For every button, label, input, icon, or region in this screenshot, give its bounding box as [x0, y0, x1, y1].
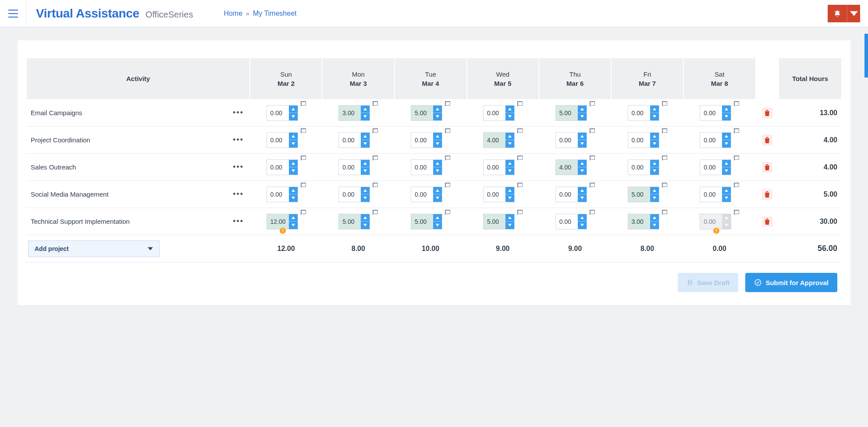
- hours-decrement-button[interactable]: [650, 221, 659, 229]
- hours-increment-button[interactable]: [578, 187, 587, 194]
- hours-input[interactable]: [339, 106, 361, 120]
- delete-row-button[interactable]: [762, 135, 772, 145]
- hours-decrement-button[interactable]: [289, 113, 298, 120]
- hours-decrement-button[interactable]: [578, 221, 587, 229]
- hours-decrement-button[interactable]: [433, 194, 442, 202]
- hours-input[interactable]: [267, 187, 289, 202]
- delete-row-button[interactable]: [762, 108, 772, 118]
- note-flag-icon[interactable]: [590, 101, 595, 106]
- hours-increment-button[interactable]: [578, 133, 587, 140]
- hours-input[interactable]: [267, 214, 289, 229]
- hours-input[interactable]: [700, 133, 722, 148]
- hours-input[interactable]: [411, 133, 433, 148]
- note-flag-icon[interactable]: [662, 183, 667, 188]
- hours-increment-button[interactable]: [578, 106, 587, 113]
- hours-increment-button[interactable]: [650, 133, 659, 140]
- note-flag-icon[interactable]: [590, 128, 595, 134]
- hours-increment-button[interactable]: [433, 214, 442, 222]
- note-flag-icon[interactable]: [662, 128, 667, 134]
- hours-input[interactable]: [484, 133, 505, 148]
- row-more-button[interactable]: •••: [230, 133, 246, 147]
- add-project-dropdown[interactable]: Add project: [28, 240, 160, 257]
- hours-input[interactable]: [628, 187, 650, 202]
- hours-increment-button[interactable]: [650, 214, 659, 222]
- hours-increment-button[interactable]: [505, 214, 514, 222]
- note-flag-icon[interactable]: [517, 210, 523, 215]
- hours-decrement-button[interactable]: [722, 113, 731, 120]
- note-flag-icon[interactable]: [517, 128, 523, 134]
- note-flag-icon[interactable]: [373, 128, 378, 134]
- hours-decrement-button[interactable]: [289, 194, 298, 202]
- note-flag-icon[interactable]: [590, 155, 595, 161]
- hours-input[interactable]: [700, 106, 722, 120]
- row-more-button[interactable]: •••: [230, 214, 246, 229]
- note-flag-icon[interactable]: [445, 183, 450, 188]
- hours-increment-button[interactable]: [433, 160, 442, 167]
- hours-decrement-button[interactable]: [722, 140, 731, 148]
- hours-increment-button[interactable]: [505, 106, 514, 113]
- hours-decrement-button[interactable]: [433, 221, 442, 229]
- hours-input[interactable]: [628, 160, 650, 175]
- hours-increment-button[interactable]: [722, 187, 731, 194]
- hours-input[interactable]: [484, 106, 505, 120]
- hours-input[interactable]: [339, 214, 361, 229]
- note-flag-icon[interactable]: [590, 210, 595, 215]
- row-more-button[interactable]: •••: [230, 160, 246, 174]
- hours-decrement-button[interactable]: [361, 113, 370, 120]
- hours-increment-button[interactable]: [289, 133, 298, 140]
- note-flag-icon[interactable]: [734, 155, 739, 161]
- note-flag-icon[interactable]: [590, 183, 595, 188]
- hours-decrement-button[interactable]: [578, 194, 587, 202]
- hours-decrement-button[interactable]: [505, 167, 514, 175]
- hours-input[interactable]: [339, 160, 361, 175]
- hours-input[interactable]: [556, 133, 578, 148]
- save-draft-button[interactable]: Save Draft: [678, 273, 738, 292]
- hours-increment-button[interactable]: [361, 160, 370, 167]
- submit-approval-button[interactable]: Submit for Approval: [745, 273, 837, 292]
- hours-input[interactable]: [411, 106, 433, 120]
- note-flag-icon[interactable]: [301, 128, 306, 134]
- hours-input[interactable]: [339, 187, 361, 202]
- notifications-dropdown-button[interactable]: [847, 5, 860, 22]
- hours-increment-button[interactable]: [361, 133, 370, 140]
- hours-increment-button[interactable]: [361, 214, 370, 222]
- breadcrumb-current-link[interactable]: My Timesheet: [253, 10, 297, 18]
- hours-decrement-button[interactable]: [722, 167, 731, 175]
- hours-increment-button[interactable]: [433, 187, 442, 194]
- note-flag-icon[interactable]: [734, 101, 739, 106]
- note-flag-icon[interactable]: [373, 183, 378, 188]
- note-flag-icon[interactable]: [517, 183, 523, 188]
- hours-increment-button[interactable]: [722, 133, 731, 140]
- note-flag-icon[interactable]: [734, 210, 739, 215]
- note-flag-icon[interactable]: [517, 155, 523, 161]
- note-flag-icon[interactable]: [373, 101, 378, 106]
- hours-decrement-button[interactable]: [578, 167, 587, 175]
- note-flag-icon[interactable]: [301, 101, 306, 106]
- breadcrumb-home-link[interactable]: Home: [224, 10, 242, 18]
- hours-decrement-button[interactable]: [505, 113, 514, 120]
- hours-input[interactable]: [484, 214, 505, 229]
- hours-input[interactable]: [556, 160, 578, 175]
- note-flag-icon[interactable]: [734, 183, 739, 188]
- note-flag-icon[interactable]: [301, 183, 306, 188]
- hours-increment-button[interactable]: [433, 106, 442, 113]
- note-flag-icon[interactable]: [517, 101, 523, 106]
- note-flag-icon[interactable]: [445, 155, 450, 161]
- delete-row-button[interactable]: [762, 189, 772, 200]
- hours-increment-button[interactable]: [505, 160, 514, 167]
- hours-input[interactable]: [700, 160, 722, 175]
- row-more-button[interactable]: •••: [230, 187, 246, 201]
- hours-input[interactable]: [267, 106, 289, 120]
- hours-increment-button[interactable]: [505, 187, 514, 194]
- note-flag-icon[interactable]: [662, 210, 667, 215]
- hours-increment-button[interactable]: [289, 187, 298, 194]
- hours-decrement-button[interactable]: [578, 140, 587, 148]
- hours-input[interactable]: [628, 106, 650, 120]
- hours-increment-button[interactable]: [722, 160, 731, 167]
- hours-increment-button[interactable]: [578, 160, 587, 167]
- hours-input[interactable]: [556, 106, 578, 120]
- hours-increment-button[interactable]: [578, 214, 587, 222]
- hours-increment-button[interactable]: [505, 133, 514, 140]
- hours-increment-button[interactable]: [433, 133, 442, 140]
- note-flag-icon[interactable]: [301, 155, 306, 161]
